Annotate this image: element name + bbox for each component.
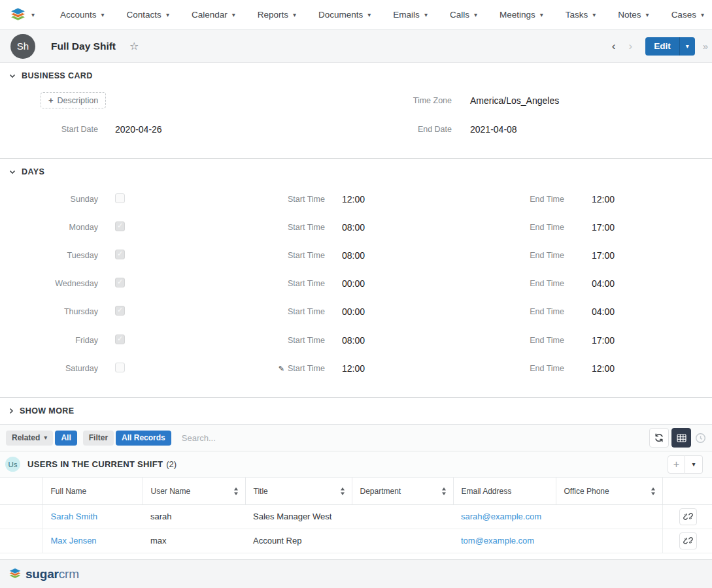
nav-item-calendar[interactable]: Calendar▾ — [180, 10, 246, 20]
start-time-label: Start Time — [128, 307, 325, 316]
end-time-value[interactable]: 04:00 — [564, 306, 712, 317]
activity-timeline-button[interactable] — [695, 433, 706, 444]
end-date-value[interactable]: 2021-04-08 — [452, 124, 712, 135]
nav-item-emails[interactable]: Emails▾ — [382, 10, 439, 20]
nav-item-cases[interactable]: Cases▾ — [660, 10, 712, 20]
day-row-tuesday: Tuesday Start Time 08:00 End Time 17:00 — [0, 241, 712, 269]
refresh-button[interactable] — [649, 428, 669, 448]
column-user-name[interactable]: User Name — [143, 478, 245, 504]
start-time-label: ✎Start Time — [128, 364, 325, 373]
record-title: Full Day Shift — [51, 41, 116, 52]
collapse-panel-icon[interactable]: » — [703, 41, 707, 52]
show-more-toggle[interactable]: SHOW MORE — [0, 398, 712, 425]
end-time-value[interactable]: 17:00 — [564, 250, 712, 261]
nav-item-notes[interactable]: Notes▾ — [607, 10, 660, 20]
nav-item-meetings[interactable]: Meetings▾ — [488, 10, 554, 20]
list-view-toggle-button[interactable] — [671, 428, 691, 448]
day-checkbox[interactable] — [115, 193, 125, 203]
start-time-value[interactable]: 08:00 — [325, 335, 397, 346]
sort-icon — [651, 487, 656, 495]
start-time-label: Start Time — [128, 279, 325, 288]
column-full-name[interactable]: Full Name — [42, 478, 143, 504]
unlink-record-button[interactable] — [679, 508, 697, 525]
section-title-text: DAYS — [22, 167, 44, 176]
start-time-value[interactable]: 08:00 — [325, 250, 397, 261]
plus-icon: + — [48, 95, 54, 105]
edit-pencil-icon[interactable]: ✎ — [279, 365, 284, 372]
nav-item-reports[interactable]: Reports▾ — [246, 10, 307, 20]
day-checkbox[interactable] — [115, 335, 125, 344]
row-actions-cell — [662, 504, 712, 529]
nav-item-accounts[interactable]: Accounts▾ — [49, 10, 116, 20]
full-name-link[interactable]: Sarah Smith — [51, 512, 98, 521]
business-card-header[interactable]: BUSINESS CARD — [0, 63, 712, 80]
start-time-value[interactable]: 00:00 — [325, 306, 397, 317]
panel-actions-caret[interactable]: ▾ — [685, 455, 703, 474]
related-dropdown[interactable]: Related▾ — [6, 431, 53, 446]
column-title[interactable]: Title — [245, 478, 352, 504]
time-zone-value[interactable]: America/Los_Angeles — [452, 95, 712, 106]
next-record-button[interactable]: › — [622, 40, 639, 53]
day-checkbox[interactable] — [115, 278, 125, 287]
start-time-value[interactable]: 12:00 — [325, 194, 397, 204]
end-time-value[interactable]: 17:00 — [564, 335, 712, 346]
full-name-link[interactable]: Max Jensen — [51, 536, 97, 546]
related-value-pill[interactable]: All — [55, 431, 76, 446]
office-phone-cell — [556, 504, 662, 529]
column-email-address[interactable]: Email Address — [453, 478, 556, 504]
start-time-value[interactable]: 12:00 — [325, 363, 397, 374]
unlink-record-button[interactable] — [679, 532, 697, 549]
nav-label: Tasks — [566, 10, 588, 20]
app-menu-button[interactable]: ▾ — [9, 7, 35, 24]
day-checkbox[interactable] — [115, 363, 125, 372]
refresh-icon — [654, 433, 664, 443]
add-description-button[interactable]: + Description — [41, 92, 106, 108]
edit-actions-caret[interactable]: ▾ — [679, 37, 695, 56]
end-date-label: End Date — [356, 125, 452, 134]
chevron-down-icon: ▾ — [692, 461, 695, 468]
start-time-label-text: Start Time — [288, 364, 325, 373]
column-label: Email Address — [462, 487, 512, 496]
search-input[interactable] — [182, 433, 639, 443]
column-department[interactable]: Department — [352, 478, 453, 504]
day-label: Sunday — [0, 195, 98, 204]
end-time-value[interactable]: 04:00 — [564, 278, 712, 289]
user-name-cell: max — [143, 529, 245, 553]
days-header[interactable]: DAYS — [0, 159, 712, 176]
nav-label: Calendar — [192, 10, 228, 20]
edit-split-button: Edit ▾ — [645, 37, 695, 56]
previous-record-button[interactable]: ‹ — [605, 40, 622, 53]
email-link[interactable]: sarah@example.com — [461, 512, 541, 521]
start-time-value[interactable]: 08:00 — [325, 222, 397, 233]
column-office-phone[interactable]: Office Phone — [556, 478, 662, 504]
filter-value-pill[interactable]: All Records — [116, 431, 171, 446]
nav-label: Documents — [318, 10, 363, 20]
nav-item-tasks[interactable]: Tasks▾ — [554, 10, 607, 20]
nav-item-contacts[interactable]: Contacts▾ — [116, 10, 180, 20]
start-date-value[interactable]: 2020-04-26 — [98, 124, 356, 135]
filter-dropdown[interactable]: Filter — [83, 431, 114, 446]
end-time-value[interactable]: 12:00 — [564, 363, 712, 374]
day-checkbox[interactable] — [115, 250, 125, 259]
chevron-down-icon: ▾ — [367, 12, 371, 18]
day-checkbox[interactable] — [115, 221, 125, 231]
sugarcrm-logo[interactable]: sugarcrm — [8, 567, 79, 581]
nav-item-documents[interactable]: Documents▾ — [307, 10, 382, 20]
day-checkbox[interactable] — [115, 306, 125, 316]
add-user-button[interactable]: + — [668, 455, 685, 474]
end-time-value[interactable]: 12:00 — [564, 194, 712, 204]
day-label: Monday — [0, 223, 98, 232]
edit-button[interactable]: Edit — [645, 37, 679, 56]
unlink-icon — [683, 512, 693, 521]
department-cell — [352, 504, 453, 529]
nav-label: Meetings — [500, 10, 535, 20]
user-name-cell: sarah — [143, 504, 245, 529]
favorite-star-icon[interactable]: ☆ — [129, 40, 139, 52]
nav-item-calls[interactable]: Calls▾ — [439, 10, 488, 20]
related-label: Related — [12, 433, 40, 442]
start-time-value[interactable]: 00:00 — [325, 278, 397, 289]
column-label: User Name — [151, 487, 191, 496]
chevron-down-icon: ▾ — [540, 12, 543, 18]
end-time-value[interactable]: 17:00 — [564, 222, 712, 233]
email-link[interactable]: tom@example.com — [461, 536, 534, 546]
